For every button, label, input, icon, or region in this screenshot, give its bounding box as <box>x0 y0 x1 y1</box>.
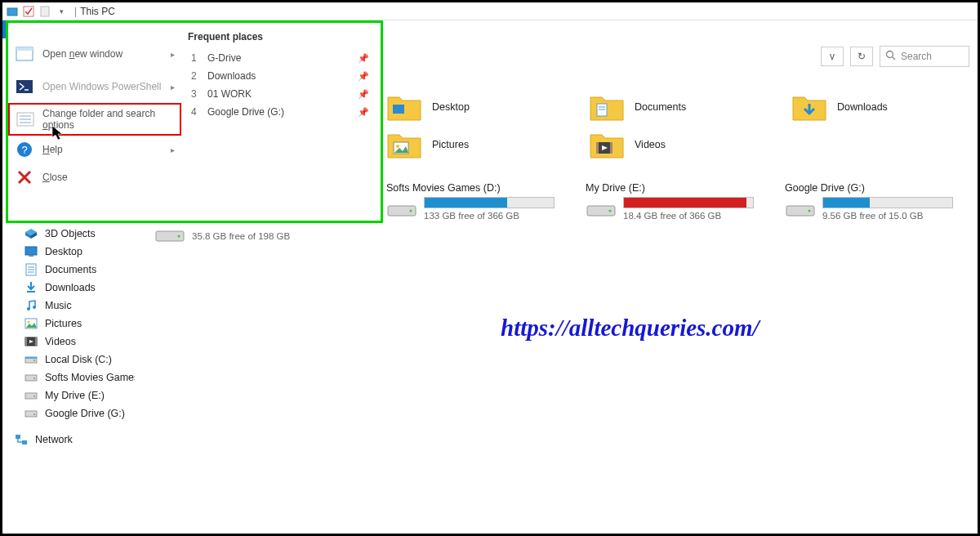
folder-icon <box>589 130 625 159</box>
watermark-text: https://alltechqueries.com/ <box>501 315 760 342</box>
drive-icon <box>24 407 38 420</box>
frequent-label: 01 WORK <box>207 88 252 100</box>
sidebar-item-local-disk-c[interactable]: Local Disk (C:) <box>14 351 145 368</box>
sidebar-label: Documents <box>45 264 96 275</box>
folder-documents[interactable]: Documents <box>589 92 760 122</box>
drive-item[interactable]: Softs Movies Games (D:) 133 GB free of 3… <box>386 182 571 221</box>
drive-item[interactable]: My Drive (E:) 18.4 GB free of 366 GB <box>586 182 770 221</box>
folder-label: Desktop <box>432 101 470 113</box>
sidebar-item-drive-d[interactable]: Softs Movies Games <box>14 368 145 386</box>
svg-rect-44 <box>16 435 20 439</box>
sidebar-item-network[interactable]: Network <box>14 431 145 449</box>
svg-point-41 <box>33 395 35 397</box>
search-placeholder: Search <box>901 51 932 62</box>
cursor-icon <box>51 125 65 141</box>
sidebar-item-music[interactable]: Music <box>14 297 145 315</box>
svg-rect-1 <box>24 7 33 16</box>
svg-rect-20 <box>25 247 37 255</box>
search-icon <box>885 50 896 63</box>
file-menu: Open new window ▸ Open Windows PowerShel… <box>8 23 381 221</box>
svg-rect-38 <box>25 375 37 381</box>
svg-rect-42 <box>25 411 37 417</box>
qa-dropdown-icon[interactable]: ▾ <box>55 5 68 18</box>
sidebar-label: Google Drive (G:) <box>45 408 125 419</box>
sidebar-label: Softs Movies Games <box>45 372 135 383</box>
menu-close[interactable]: Close <box>8 163 181 191</box>
sidebar-label: Downloads <box>45 282 96 293</box>
menu-open-powershell: Open Windows PowerShell ▸ <box>8 70 181 103</box>
sidebar-item-downloads[interactable]: Downloads <box>14 279 145 297</box>
drive-item[interactable]: Google Drive (G:) 9.56 GB free of 15.0 G… <box>785 182 969 221</box>
folder-videos[interactable]: Videos <box>589 130 760 159</box>
svg-point-61 <box>609 209 612 212</box>
sidebar-item-documents[interactable]: Documents <box>14 261 145 279</box>
frequent-place-item[interactable]: 4 Google Drive (G:) 📌 <box>188 103 374 121</box>
pin-icon[interactable]: 📌 <box>358 71 369 82</box>
nav-tree: 3D Objects Desktop Documents Downloads M… <box>14 225 145 449</box>
menu-label: Help <box>42 144 63 155</box>
drive-usage-bar <box>424 197 555 208</box>
pin-icon[interactable]: 📌 <box>358 107 369 118</box>
refresh-button[interactable]: ↻ <box>850 47 873 66</box>
window-icon <box>6 5 19 18</box>
sidebar-item-desktop[interactable]: Desktop <box>14 243 145 261</box>
drive-usage-bar <box>822 197 953 208</box>
sidebar-item-3d-objects[interactable]: 3D Objects <box>14 225 145 243</box>
pictures-icon <box>24 317 38 330</box>
folder-desktop[interactable]: Desktop <box>386 92 558 122</box>
drive-icon <box>154 225 185 244</box>
drive-icon <box>24 371 38 384</box>
menu-label: Open Windows PowerShell <box>42 81 161 92</box>
svg-point-3 <box>887 51 893 58</box>
main-content: Desktop Documents Downloads Pictures Vid… <box>386 92 969 221</box>
search-input[interactable]: Search <box>880 46 969 67</box>
window-title: This PC <box>80 6 115 17</box>
window-icon <box>15 44 34 64</box>
menu-open-new-window[interactable]: Open new window ▸ <box>8 38 181 70</box>
sidebar-label: Music <box>45 300 72 311</box>
folder-icon <box>386 92 422 122</box>
folder-label: Pictures <box>432 139 469 150</box>
pin-icon[interactable]: 📌 <box>358 53 369 64</box>
documents-icon <box>24 263 38 276</box>
drive-label: Softs Movies Games (D:) <box>386 182 571 194</box>
frequent-place-item[interactable]: 2 Downloads 📌 <box>188 67 374 85</box>
sidebar-item-videos[interactable]: Videos <box>14 333 145 351</box>
frequent-place-item[interactable]: 1 G-Drive 📌 <box>188 49 374 67</box>
drive-item[interactable]: 35.8 GB free of 198 GB <box>154 225 342 244</box>
sidebar-item-drive-e[interactable]: My Drive (E:) <box>14 386 145 404</box>
frequent-place-item[interactable]: 3 01 WORK 📌 <box>188 85 374 103</box>
svg-rect-32 <box>25 337 27 346</box>
svg-rect-48 <box>393 105 404 114</box>
folder-downloads[interactable]: Downloads <box>791 92 963 122</box>
menu-help[interactable]: ? Help ▸ <box>8 136 181 163</box>
music-icon <box>24 299 38 312</box>
svg-point-27 <box>27 307 30 310</box>
menu-change-folder-options[interactable]: Change folder and search options <box>8 103 181 136</box>
folder-icon <box>791 92 827 122</box>
drive-free-text: 133 GB free of 366 GB <box>424 211 571 221</box>
3d-objects-icon <box>24 227 38 240</box>
pin-icon[interactable]: 📌 <box>358 89 369 100</box>
qa-check-icon[interactable] <box>22 5 35 18</box>
sidebar-label: Network <box>35 434 73 445</box>
folder-icon <box>589 92 625 122</box>
options-icon <box>16 109 34 129</box>
frequent-places-panel: Frequent places 1 G-Drive 📌 2 Downloads … <box>181 23 381 221</box>
menu-label: Close <box>42 172 68 183</box>
folder-pictures[interactable]: Pictures <box>386 130 558 159</box>
drive-icon <box>785 199 816 219</box>
address-dropdown-button[interactable]: v <box>821 47 844 66</box>
submenu-arrow-icon: ▸ <box>171 145 175 154</box>
svg-rect-6 <box>16 47 33 51</box>
sidebar-item-pictures[interactable]: Pictures <box>14 315 145 333</box>
sidebar-item-drive-g[interactable]: Google Drive (G:) <box>14 404 145 422</box>
qa-blank-icon[interactable] <box>38 5 51 18</box>
svg-text:?: ? <box>21 144 27 156</box>
frequent-label: G-Drive <box>207 52 241 64</box>
svg-rect-56 <box>610 142 612 154</box>
svg-point-47 <box>178 235 180 238</box>
sidebar-label: Desktop <box>45 246 82 257</box>
svg-point-53 <box>396 145 399 148</box>
svg-rect-2 <box>41 7 49 16</box>
